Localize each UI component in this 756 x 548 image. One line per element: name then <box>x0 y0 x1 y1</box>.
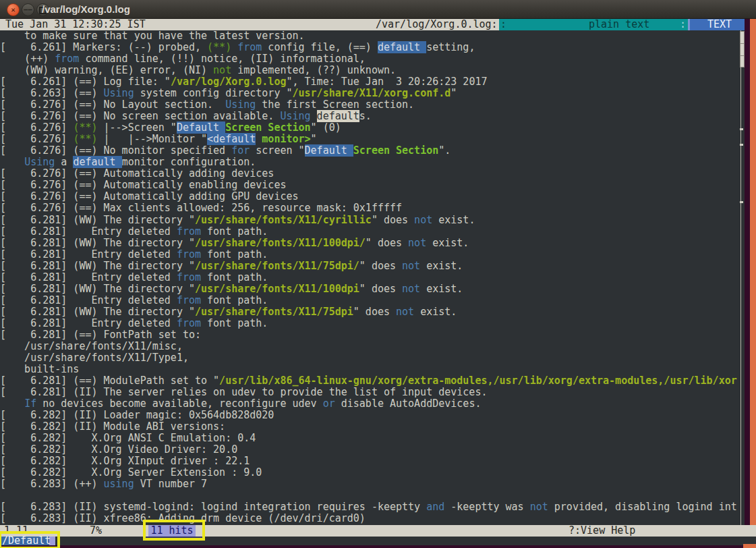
log-text-run: exist. <box>432 214 475 226</box>
log-line: [ 6.261] Markers: (--) probed, (**) from… <box>0 42 756 53</box>
log-text-run: " does <box>359 260 402 272</box>
bottom-status-bar: 1 11 7% 11 hits ?:View Help <box>0 525 756 537</box>
log-line: [ 6.281] (WW) The directory "/usr/share/… <box>0 283 756 295</box>
log-line: /usr/share/fonts/X11/Type1, <box>0 352 756 364</box>
log-text-run: [ 6.263] (==) <box>0 87 104 99</box>
log-text-run: (**) <box>73 133 97 145</box>
log-line: [ 6.281] (WW) The directory "/usr/share/… <box>0 238 756 249</box>
log-text-run: built-ins <box>0 363 79 375</box>
log-text-run: [ 6.281] (==) FontPath set to: <box>0 329 201 341</box>
log-line: [ 6.281] Entry deleted from font path. <box>0 249 756 261</box>
close-button[interactable]: ✕ <box>7 3 20 16</box>
log-line: [ 6.263] (==) Using system config direct… <box>0 88 756 99</box>
open-file-path: /var/log/Xorg.0.log: <box>376 19 498 30</box>
log-line: [ 6.281] Entry deleted from font path. <box>0 295 756 306</box>
log-line: [ 6.276] (==) Automatically enabling dev… <box>0 180 756 191</box>
log-text-run: [ 6.281] (==) ModulePath set to " <box>0 375 219 387</box>
log-text-run: /usr/share/fonts/X11/75dpi/ <box>195 260 359 272</box>
log-text-run: [ 6.276] <box>0 121 73 134</box>
terminal-margin-strip-bottom <box>0 545 756 548</box>
log-text-run: from <box>177 225 201 238</box>
log-text-run: [ 6.281] (WW) The directory " <box>0 306 195 318</box>
log-text-run: [ 6.276] (==) No screen section availabl… <box>0 110 280 122</box>
log-line: [ 6.276] (==) No screen section availabl… <box>0 111 756 122</box>
log-text-run <box>0 398 24 410</box>
log-text-run: " does <box>372 214 414 226</box>
search-hit-marker <box>740 128 743 130</box>
log-text-run: " does <box>366 237 408 249</box>
log-text-run: /usr/share/fonts/X11/cyrillic <box>195 214 372 226</box>
log-text-run: |-->Screen " <box>98 121 177 134</box>
search-hit-marker <box>740 144 743 146</box>
log-line: [ 6.282] X.Org ANSI C Emulation: 0.4 <box>0 433 756 444</box>
log-text-run: monitor configuration. <box>122 156 256 168</box>
log-text-run: If <box>24 398 36 410</box>
log-line: If no devices become available, reconfig… <box>0 398 756 410</box>
scrollbar-thumb[interactable] <box>740 31 745 67</box>
close-icon: ✕ <box>11 5 16 14</box>
resize-grip[interactable] <box>743 544 756 548</box>
log-text-run: Default <box>305 144 353 157</box>
log-text-run: [ 6.282] X.Org Video Driver: 20.0 <box>0 443 237 456</box>
log-text-run: or <box>323 398 335 410</box>
scrollbar-track[interactable] <box>740 30 741 525</box>
log-line: [ 6.281] (==) FontPath set to: <box>0 329 756 341</box>
log-text-run: config file, (==) <box>262 41 378 53</box>
log-text-run: /usr/share/fonts/X11/misc, <box>0 340 183 352</box>
log-text-run: not <box>408 237 426 249</box>
log-text-run: monitor> <box>262 133 310 145</box>
log-text-run: implemented, (??) unknown. <box>231 64 396 76</box>
badge-divider <box>688 19 690 30</box>
log-text-run: -keeptty was <box>444 501 529 513</box>
log-text-run: to make sure that you have the latest ve… <box>0 30 305 42</box>
log-line: [ 6.276] (**) |-->Screen "Default Screen… <box>0 122 756 134</box>
log-line: [ 6.281] (II) The server relies on udev … <box>0 387 756 398</box>
clock-text: Tue Jan 31 12:30:25 IST <box>5 19 146 30</box>
log-text-run: a <box>55 156 73 168</box>
search-prompt-row[interactable]: /Default <box>0 537 756 545</box>
overlay-scrollbar-strip[interactable] <box>750 19 756 548</box>
log-text-run: from <box>177 248 201 261</box>
log-text-run: " <box>450 87 457 99</box>
log-text-run: from <box>55 53 79 65</box>
minimize-icon: − <box>24 5 28 14</box>
log-text-run: Screen Section <box>225 121 310 134</box>
log-text-run: Using <box>104 87 134 99</box>
annotation-box-hits <box>143 520 205 541</box>
log-line: [ 6.281] (==) ModulePath set to "/usr/li… <box>0 375 756 387</box>
log-text-run: /usr/share/fonts/X11/Type1, <box>0 352 189 364</box>
log-text-run: /usr/lib/x86_64-linux-gnu/xorg/extra-mod… <box>219 375 737 387</box>
log-text-run: [ 6.282] X.Org Server Extension : 9.0 <box>0 466 262 478</box>
log-text-run: setting, <box>426 41 475 53</box>
file-mode-label: plain text <box>589 19 649 30</box>
log-text-run: [ 6.281] (WW) The directory " <box>0 214 195 226</box>
log-text-run: [ 6.276] (==) No monitor specified <box>0 144 231 157</box>
log-text-run: Using <box>225 99 256 111</box>
log-line: [ 6.283] (II) systemd-logind: logind int… <box>0 501 756 513</box>
log-text-run: exist. <box>420 283 463 295</box>
log-text-run: default <box>378 41 426 53</box>
window-title: /var/log/Xorg.0.log <box>42 0 130 18</box>
log-text-run: /usr/share/fonts/X11/100dpi/ <box>195 237 366 249</box>
log-line: [ 6.282] (II) Loader magic: 0x564db828d0… <box>0 410 756 421</box>
log-line: to make sure that you have the latest ve… <box>0 30 756 42</box>
log-text-run: provided, disabling logind int <box>548 501 737 513</box>
log-line: [ 6.276] (==) Automatically adding devic… <box>0 168 756 180</box>
log-text-run: from <box>177 271 201 283</box>
minimize-button[interactable]: −✕−− <box>22 3 34 16</box>
log-text-run: [ 6.281] Entry deleted <box>0 294 177 306</box>
titlebar: ✕ −✕−− /var/log/Xorg.0.log <box>0 0 756 19</box>
log-text-run: [ 6.276] (==) Max clients allowed: 256, … <box>0 202 402 214</box>
log-text-run: (**) <box>207 41 231 53</box>
log-text-run: from <box>177 294 201 306</box>
log-text-run: font path. <box>201 225 268 238</box>
log-text-run: [ 6.281] (WW) The directory " <box>0 237 195 249</box>
log-line: [ 6.276] (==) Max clients allowed: 256, … <box>0 202 756 214</box>
log-text-run: not <box>402 260 420 272</box>
log-text-run: [ 6.283] (II) systemd-logind: logind int… <box>0 501 426 513</box>
log-text-run <box>231 41 237 53</box>
log-line: Using a default monitor configuration. <box>0 157 756 168</box>
log-text-run: [ 6.283] (++) <box>0 478 104 490</box>
help-hint: ?:View Help <box>569 525 635 537</box>
log-line: [ 6.281] (WW) The directory "/usr/share/… <box>0 306 756 318</box>
